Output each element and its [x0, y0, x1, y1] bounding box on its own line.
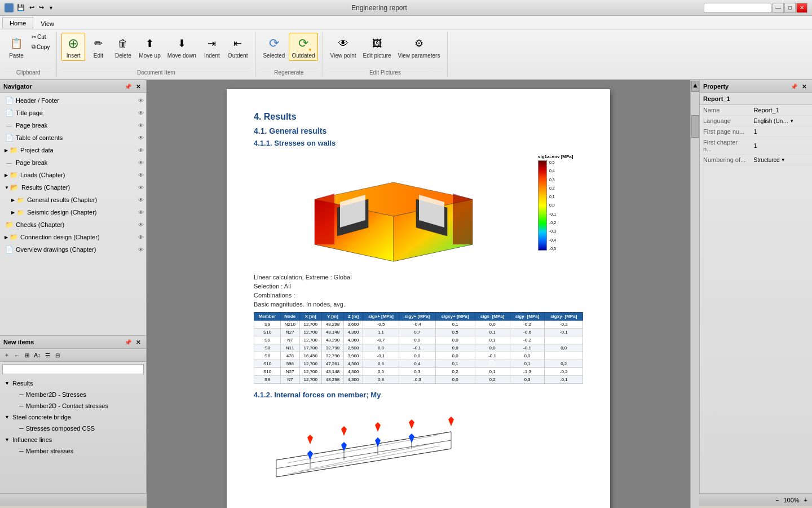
prop-val-first-page[interactable]: 1 — [751, 126, 812, 137]
move-down-button[interactable]: ⬇ Move down — [165, 33, 199, 61]
move-up-button[interactable]: ⬆ Move up — [136, 33, 163, 61]
scroll-up-button[interactable]: ▲ — [691, 81, 699, 92]
cell: -0,4 — [399, 321, 435, 329]
outdent-icon: ⇤ — [229, 34, 247, 52]
nav-eye-general-results[interactable]: 👁 — [138, 197, 144, 203]
insert-button[interactable]: ⊕ Insert — [61, 33, 85, 61]
outdated-button[interactable]: ⟳ ▼ Outdated — [289, 33, 317, 61]
property-close-button[interactable]: ✕ — [800, 82, 809, 91]
legend-content: 0,5 0,4 0,3 0,2 0,1 0,0 -0,1 -0,2 -0,3 — [538, 160, 556, 251]
new-items-list-button[interactable]: ☰ — [43, 351, 52, 360]
new-items-close-button[interactable]: ✕ — [134, 338, 143, 347]
nav-item-overview-drawings[interactable]: 📄 Overview drawings (Chapter) 👁 — [0, 243, 146, 256]
view-parameters-button[interactable]: ⚙ View parameters — [395, 33, 443, 61]
tree-item-results[interactable]: ▼ Results — [0, 378, 146, 389]
tree-item-influence-lines[interactable]: ▼ Influence lines — [0, 434, 146, 445]
stress-data-table: Member Node X [m] Y [m] Z [m] sigx+ [MPa… — [254, 312, 583, 384]
copy-button[interactable]: ⧉ Copy — [29, 42, 52, 51]
indent-label: Indent — [204, 52, 220, 59]
new-items-filter-button[interactable]: ⊞ — [23, 351, 32, 360]
navigator-close-button[interactable]: ✕ — [134, 82, 143, 91]
nav-item-title-page[interactable]: 📄 Title page 👁 — [0, 107, 146, 119]
nav-eye-overview[interactable]: 👁 — [138, 247, 144, 253]
nav-item-general-results[interactable]: ▶ 📁 General results (Chapter) 👁 — [0, 194, 146, 206]
quick-access-save[interactable]: 💾 — [16, 4, 26, 11]
nav-eye-title-page[interactable]: 👁 — [138, 110, 144, 116]
svg-marker-24 — [409, 419, 414, 429]
cell: -0,2 — [545, 368, 583, 376]
view-point-button[interactable]: 👁 View point — [328, 33, 359, 61]
tree-item-member2d-stresses[interactable]: ─ Member2D - Stresses — [0, 389, 146, 400]
nav-item-seismic-design[interactable]: ▶ 📁 Seismic design (Chapter) 👁 — [0, 206, 146, 218]
nav-item-checks-chapter[interactable]: 📁 Checks (Chapter) 👁 — [0, 218, 146, 231]
search-input[interactable] — [704, 3, 771, 13]
prop-val-name[interactable]: Report_1 — [751, 105, 812, 116]
prop-val-language[interactable]: English (Un… ▼ — [751, 116, 812, 126]
status-right: − 100% + — [775, 497, 807, 503]
navigator-pin-button[interactable]: 📌 — [123, 82, 133, 91]
vertical-scrollbar[interactable]: ▲ ▼ — [690, 80, 699, 508]
language-dropdown[interactable]: English (Un… ▼ — [754, 118, 809, 124]
tree-item-member-stresses[interactable]: ─ Member stresses — [0, 445, 146, 457]
nav-eye-page-break-1[interactable]: 👁 — [138, 122, 144, 129]
tree-item-steel-concrete[interactable]: ▼ Steel concrete bridge — [0, 411, 146, 423]
delete-button[interactable]: 🗑 Delete — [111, 33, 135, 61]
tab-home[interactable]: Home — [2, 17, 33, 29]
nav-item-page-break-1[interactable]: — Page break 👁 — [0, 119, 146, 132]
nav-eye-header-footer[interactable]: 👁 — [138, 98, 144, 104]
prop-val-first-chapter[interactable]: 1 — [751, 137, 812, 155]
tree-item-member2d-contact[interactable]: ─ Member2D - Contact stresses — [0, 400, 146, 411]
zoom-increase[interactable]: + — [804, 497, 807, 503]
new-items-back-button[interactable]: ← — [12, 351, 21, 360]
paste-button[interactable]: 📋 Paste — [5, 33, 28, 61]
nav-eye-connection[interactable]: 👁 — [138, 234, 144, 240]
new-items-expand-button[interactable]: ⊟ — [53, 351, 62, 360]
th-x: X [m] — [299, 313, 321, 321]
new-items-add-button[interactable]: ＋ — [2, 351, 11, 360]
numbering-dropdown[interactable]: Structured ▼ — [754, 157, 809, 163]
minimize-button[interactable]: — — [773, 3, 784, 13]
close-button[interactable]: ✕ — [796, 3, 807, 13]
nav-item-page-break-2[interactable]: — Page break 👁 — [0, 156, 146, 169]
edit-picture-button[interactable]: 🖼 Edit picture — [360, 33, 394, 61]
nav-item-results-chapter[interactable]: ▼ 📂 Results (Chapter) 👁 — [0, 181, 146, 194]
cell: 4,300 — [344, 376, 363, 384]
indent-button[interactable]: ⇥ Indent — [200, 33, 224, 61]
outdent-button[interactable]: ⇤ Outdent — [225, 33, 251, 61]
cell: 3,600 — [344, 321, 363, 329]
edit-pictures-label: Edit Pictures — [328, 68, 443, 76]
nav-eye-table-of-contents[interactable]: 👁 — [138, 135, 144, 141]
edit-button[interactable]: ✏ Edit — [86, 33, 110, 61]
tab-view[interactable]: View — [33, 17, 61, 29]
new-items-search-input[interactable]: stresses — [2, 364, 144, 374]
nav-item-project-data[interactable]: ▶ 📁 Project data 👁 — [0, 144, 146, 156]
quick-access-redo[interactable]: ↪ — [38, 4, 45, 11]
tree-item-stresses-css[interactable]: ─ Stresses composed CSS — [0, 423, 146, 434]
nav-eye-loads[interactable]: 👁 — [138, 172, 144, 178]
maximize-button[interactable]: □ — [784, 3, 796, 13]
nav-item-loads-chapter[interactable]: ▶ 📁 Loads (Chapter) 👁 — [0, 169, 146, 181]
zoom-decrease[interactable]: − — [775, 497, 779, 503]
new-items-pin-button[interactable]: 📌 — [123, 338, 133, 347]
nav-item-connection-design[interactable]: ▶ 📁 Connection design (Chapter) 👁 — [0, 231, 146, 243]
nav-eye-project-data[interactable]: 👁 — [138, 147, 144, 154]
view-point-label: View point — [330, 52, 356, 59]
nav-eye-results[interactable]: 👁 — [138, 185, 144, 191]
prop-val-numbering[interactable]: Structured ▼ — [751, 155, 812, 165]
nav-item-header-footer[interactable]: 📄 Header / Footer 👁 — [0, 94, 146, 107]
content-scroll[interactable]: 4. Results 4.1. General results 4.1.1. S… — [147, 80, 690, 508]
quick-access-undo[interactable]: ↩ — [28, 4, 36, 11]
property-pin-button[interactable]: 📌 — [789, 82, 798, 91]
table-row: S9N712,70048,2984,300-0,70,00,00,1-0,2 — [254, 336, 583, 344]
scroll-thumb[interactable] — [691, 115, 699, 138]
nav-eye-page-break-2[interactable]: 👁 — [138, 160, 144, 166]
cell — [545, 352, 583, 360]
new-items-sort-button[interactable]: A↕ — [33, 351, 42, 360]
nav-eye-checks[interactable]: 👁 — [138, 222, 144, 228]
nav-item-table-of-contents[interactable]: 📄 Table of contents 👁 — [0, 132, 146, 144]
nav-eye-seismic[interactable]: 👁 — [138, 209, 144, 216]
selected-button[interactable]: ⟳ Selected — [260, 33, 288, 61]
cut-button[interactable]: ✂ Cut — [29, 33, 52, 41]
quick-access-dropdown[interactable]: ▼ — [47, 5, 55, 11]
cell: -0,1 — [475, 352, 510, 360]
